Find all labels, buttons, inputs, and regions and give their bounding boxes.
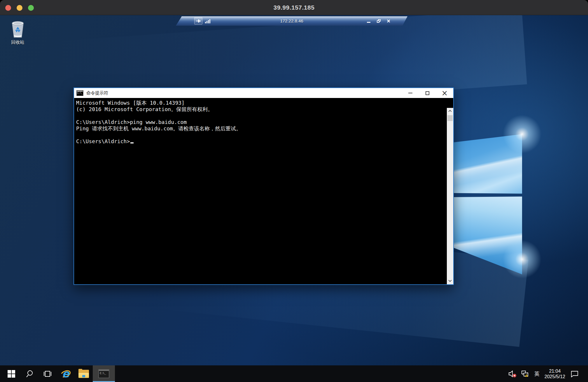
maximize-icon xyxy=(426,91,429,95)
task-view-icon xyxy=(43,370,52,377)
console-line: (c) 2016 Microsoft Corporation。保留所有权利。 xyxy=(76,106,445,113)
volume-tray-button[interactable] xyxy=(506,365,519,382)
search-icon xyxy=(25,370,34,378)
rdp-close-button[interactable]: × xyxy=(386,18,391,24)
network-warning-icon xyxy=(521,370,530,378)
windows-taskbar: e C:\_ xyxy=(0,365,588,382)
scrollbar-thumb[interactable] xyxy=(447,115,453,121)
rdp-minimize-button[interactable] xyxy=(366,18,372,24)
restore-icon xyxy=(377,19,381,23)
cmd-maximize-button[interactable] xyxy=(419,88,436,98)
remote-desktop-screen: 39.99.157.185 回收站 xyxy=(0,0,588,382)
macos-titlebar[interactable]: 39.99.157.185 xyxy=(0,0,588,15)
close-icon: × xyxy=(442,90,448,96)
network-tray-button[interactable] xyxy=(519,365,532,382)
scrollbar-up-button[interactable] xyxy=(447,108,453,114)
pin-icon xyxy=(196,19,201,23)
console-output: Microsoft Windows [版本 10.0.14393] (c) 20… xyxy=(76,100,445,145)
file-explorer-icon xyxy=(78,370,89,378)
tray-time: 21:04 xyxy=(545,368,565,374)
close-icon: × xyxy=(387,18,390,24)
connection-quality-icon[interactable] xyxy=(205,19,211,23)
scrollbar-down-button[interactable] xyxy=(447,278,453,284)
cmd-taskbar-icon: C:\_ xyxy=(98,369,109,378)
wallpaper-windows-logo-top-pane xyxy=(454,134,522,194)
remote-host-title: 39.99.157.185 xyxy=(0,0,588,15)
recycle-bin-icon xyxy=(8,19,27,39)
system-tray: 英 21:04 2025/5/12 xyxy=(506,365,588,382)
file-explorer-button[interactable] xyxy=(75,365,93,382)
cmd-close-button[interactable]: × xyxy=(436,88,453,98)
console-scrollbar[interactable] xyxy=(447,108,453,284)
console-line: C:\Users\Aldrich>ping www.baidu.com xyxy=(76,119,445,125)
taskbar-cmd-button-active[interactable]: C:\_ xyxy=(93,365,115,382)
cmd-console[interactable]: Microsoft Windows [版本 10.0.14393] (c) 20… xyxy=(74,98,453,284)
action-center-button[interactable] xyxy=(568,365,581,382)
cmd-minimize-button[interactable] xyxy=(402,88,419,98)
minimize-icon xyxy=(408,93,412,93)
ime-language-label: 英 xyxy=(534,370,540,377)
recycle-bin-label: 回收站 xyxy=(5,40,31,45)
console-line xyxy=(76,113,445,119)
start-button[interactable] xyxy=(2,365,20,382)
rdp-bar-controls: × xyxy=(366,16,391,26)
console-prompt-line: C:\Users\Aldrich> xyxy=(76,138,445,145)
cmd-window-controls: × xyxy=(402,88,453,98)
chevron-up-icon xyxy=(448,110,452,113)
rdp-pin-button[interactable] xyxy=(194,17,202,24)
chevron-down-icon xyxy=(448,279,452,282)
internet-explorer-button[interactable]: e xyxy=(57,365,75,382)
notification-bubble-icon xyxy=(570,370,579,378)
windows-desktop[interactable]: 回收站 C:\_ 命令提示符 × Microsoft Windows [版本 1… xyxy=(0,15,588,382)
console-line xyxy=(76,132,445,138)
windows-logo-icon xyxy=(8,370,15,378)
task-view-button[interactable] xyxy=(38,365,57,382)
internet-explorer-icon: e xyxy=(60,369,71,379)
console-cursor xyxy=(130,142,134,143)
volume-muted-icon xyxy=(508,370,517,378)
wallpaper-windows-logo-bottom-pane xyxy=(454,197,522,274)
recycle-bin-shortcut[interactable]: 回收站 xyxy=(5,19,31,45)
minimize-icon xyxy=(367,22,370,23)
console-line: Ping 请求找不到主机 www.baidu.com。请检查该名称，然后重试。 xyxy=(76,125,445,132)
tray-date: 2025/5/12 xyxy=(545,374,565,379)
cmd-app-icon: C:\_ xyxy=(76,90,83,96)
cmd-window-title: 命令提示符 xyxy=(86,90,108,96)
cmd-titlebar[interactable]: C:\_ 命令提示符 × xyxy=(74,88,453,98)
rdp-connection-bar[interactable]: 172.22.8.46 × xyxy=(175,16,408,26)
taskbar-search-button[interactable] xyxy=(20,365,38,382)
ime-indicator[interactable]: 英 xyxy=(532,365,542,382)
console-prompt: C:\Users\Aldrich> xyxy=(76,138,130,144)
command-prompt-window: C:\_ 命令提示符 × Microsoft Windows [版本 10.0.… xyxy=(74,87,454,285)
tray-clock[interactable]: 21:04 2025/5/12 xyxy=(542,365,568,382)
console-line: Microsoft Windows [版本 10.0.14393] xyxy=(76,100,445,106)
rdp-restore-button[interactable] xyxy=(376,18,382,24)
